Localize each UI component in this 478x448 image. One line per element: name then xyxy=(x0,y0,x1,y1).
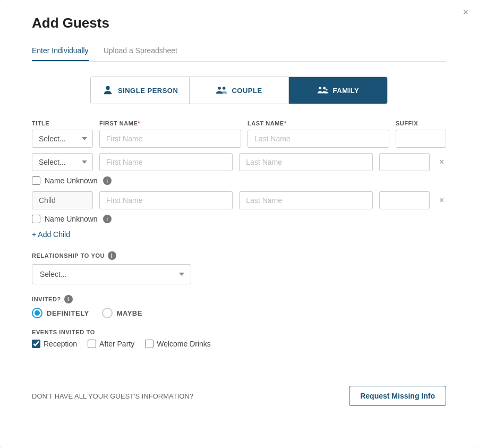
footer-hint: DON'T HAVE ALL YOUR GUEST'S INFORMATION? xyxy=(32,392,193,400)
lastname-label: LAST NAME* xyxy=(247,120,389,126)
relationship-select[interactable]: Select... xyxy=(32,264,191,284)
invited-radio-group: DEFINITELY MAYBE xyxy=(32,308,446,318)
title-label: TITLE xyxy=(32,120,93,126)
svg-point-0 xyxy=(106,86,109,90)
definitely-option[interactable]: DEFINITELY xyxy=(32,308,89,318)
modal-header: Add Guests Enter Individually Upload a S… xyxy=(0,0,478,62)
adult1-suffix-group: SUFFIX xyxy=(396,120,446,148)
single-person-icon xyxy=(102,84,114,96)
adult1-lastname-input[interactable] xyxy=(247,130,389,148)
svg-point-2 xyxy=(223,87,226,90)
invited-label: INVITED? i xyxy=(32,295,446,303)
adult1-title-group: TITLE Select... xyxy=(32,120,93,148)
modal-title: Add Guests xyxy=(32,15,446,31)
events-checkboxes: Reception After Party Welcome Drinks xyxy=(32,340,446,348)
adult1-firstname-group: FIRST NAME* xyxy=(99,120,241,148)
adult1-firstname-input[interactable] xyxy=(99,130,241,148)
adult2-firstname-input[interactable] xyxy=(99,153,233,171)
child-lastname-input[interactable] xyxy=(239,191,372,209)
suffix-label: SUFFIX xyxy=(396,120,446,126)
guest-type-selector: SINGLE PERSON COUPLE FAMILY xyxy=(90,77,388,104)
welcome-drinks-label[interactable]: Welcome Drinks xyxy=(157,340,211,348)
couple-button[interactable]: COUPLE xyxy=(190,77,288,104)
couple-icon xyxy=(216,84,227,96)
relationship-info-icon: i xyxy=(108,251,116,260)
welcome-drinks-checkbox[interactable] xyxy=(145,340,153,348)
svg-point-4 xyxy=(323,87,326,89)
tabs-nav: Enter Individually Upload a Spreadsheet xyxy=(32,41,446,62)
adult1-row: TITLE Select... FIRST NAME* LAST NAME* S… xyxy=(32,120,446,148)
modal-body: SINGLE PERSON COUPLE FAMILY xyxy=(0,62,478,376)
name-unknown2-checkbox[interactable] xyxy=(32,215,40,223)
child-type-input[interactable] xyxy=(32,191,93,209)
after-party-label[interactable]: After Party xyxy=(99,340,134,348)
family-button[interactable]: FAMILY xyxy=(289,77,387,104)
child-suffix-input[interactable] xyxy=(379,191,430,209)
name-unknown1-checkbox[interactable] xyxy=(32,176,40,185)
close-button[interactable]: × xyxy=(463,7,468,17)
adult2-row: Select... × xyxy=(32,153,446,171)
svg-point-3 xyxy=(319,87,321,89)
child-remove-button[interactable]: × xyxy=(437,196,446,205)
adult2-lastname-input[interactable] xyxy=(239,153,372,171)
relationship-section: RELATIONSHIP TO YOU i Select... xyxy=(32,251,446,284)
name-unknown1-info-icon: i xyxy=(103,176,112,185)
firstname-label: FIRST NAME* xyxy=(99,120,241,126)
name-unknown1-label[interactable]: Name Unknown xyxy=(45,176,98,185)
adult1-lastname-group: LAST NAME* xyxy=(247,120,389,148)
svg-point-1 xyxy=(218,87,221,90)
svg-point-5 xyxy=(326,89,327,90)
reception-checkbox[interactable] xyxy=(32,340,40,348)
single-person-button[interactable]: SINGLE PERSON xyxy=(91,77,190,104)
adult2-remove-button[interactable]: × xyxy=(437,158,446,166)
after-party-event-item: After Party xyxy=(88,340,134,348)
name-unknown2-row: Name Unknown i xyxy=(32,215,446,223)
adult2-title-select[interactable]: Select... xyxy=(32,153,93,171)
tab-upload-spreadsheet[interactable]: Upload a Spreadsheet xyxy=(104,41,177,61)
reception-label[interactable]: Reception xyxy=(44,340,77,348)
invited-section: INVITED? i DEFINITELY MAYBE xyxy=(32,295,446,318)
maybe-radio-circle xyxy=(102,308,113,318)
reception-event-item: Reception xyxy=(32,340,77,348)
after-party-checkbox[interactable] xyxy=(88,340,96,348)
adult1-suffix-input[interactable] xyxy=(396,130,446,148)
adult2-suffix-input[interactable] xyxy=(379,153,430,171)
child-firstname-input[interactable] xyxy=(99,191,233,209)
family-icon xyxy=(317,84,329,96)
tab-enter-individually[interactable]: Enter Individually xyxy=(32,41,89,61)
name-unknown2-label[interactable]: Name Unknown xyxy=(45,215,98,223)
name-unknown2-info-icon: i xyxy=(103,215,112,223)
maybe-option[interactable]: MAYBE xyxy=(102,308,142,318)
events-label: EVENTS INVITED TO xyxy=(32,329,446,335)
invited-info-icon: i xyxy=(64,295,73,303)
add-guests-modal: × Add Guests Enter Individually Upload a… xyxy=(0,0,478,448)
events-section: EVENTS INVITED TO Reception After Party … xyxy=(32,329,446,348)
modal-footer: DON'T HAVE ALL YOUR GUEST'S INFORMATION?… xyxy=(0,376,478,416)
name-unknown1-row: Name Unknown i xyxy=(32,176,446,185)
request-missing-info-button[interactable]: Request Missing Info xyxy=(349,386,446,406)
adult1-title-select[interactable]: Select... xyxy=(32,130,93,148)
add-child-link[interactable]: + Add Child xyxy=(32,230,70,239)
relationship-label: RELATIONSHIP TO YOU i xyxy=(32,251,446,260)
child-row: × xyxy=(32,191,446,209)
definitely-radio-circle xyxy=(32,308,42,318)
welcome-drinks-event-item: Welcome Drinks xyxy=(145,340,211,348)
